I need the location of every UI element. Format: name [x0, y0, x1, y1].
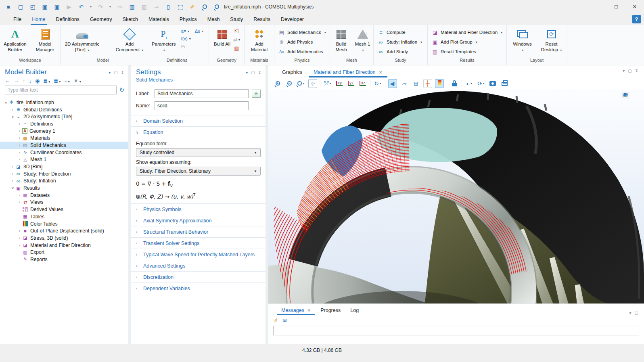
tree-item-curvilinear-coordinates[interactable]: ›∿Curvilinear Coordinates [0, 149, 128, 156]
mesh-1-button[interactable]: Mesh 1 ▾ [354, 26, 372, 58]
help-button[interactable]: ? [632, 15, 641, 23]
message-options-icon[interactable]: ✉ [282, 317, 287, 323]
tree-item-solid-mechanics[interactable]: ›▤Solid Mechanics [0, 142, 128, 149]
panel-splitter[interactable] [128, 65, 131, 344]
redo-caret-icon[interactable]: ▾ [107, 2, 113, 11]
cut-icon[interactable]: ✂ [115, 2, 125, 11]
add-study-button[interactable]: ∞Add Study [378, 47, 408, 56]
tree-item-definitions[interactable]: ›≡Definitions [0, 120, 128, 128]
snapshot-button[interactable] [488, 79, 497, 88]
select-box-icon[interactable]: ⬚ [175, 2, 186, 11]
close-tab-icon[interactable]: ✕ [307, 308, 311, 313]
undo-caret-icon[interactable]: ▾ [88, 2, 94, 11]
menu-file[interactable]: File [8, 13, 27, 25]
parameter-case-button[interactable]: Pi [181, 44, 191, 49]
tree-item-material-fiber-direction[interactable]: ›◪Material and Fiber Direction [0, 242, 128, 249]
label-field-input[interactable] [155, 89, 249, 98]
view-yz-button[interactable]: yz [347, 79, 355, 88]
tab-graphics[interactable]: Graphics [276, 69, 308, 77]
filter-icon[interactable]: ▼▾ [73, 78, 81, 84]
panel-menu-icon[interactable]: ▾ [246, 70, 248, 75]
zoom-box-button[interactable]: ▾ [297, 79, 305, 88]
add-plot-group-button[interactable]: ▣Add Plot Group▾ [432, 37, 477, 47]
tree-item-global-definitions[interactable]: ›⊕Global Definitions [0, 106, 128, 113]
section-structural-transient-behavior[interactable]: ›Structural Transient Behavior [131, 226, 266, 237]
section-axial-symmetry-approximation[interactable]: ›Axial Symmetry Approximation [131, 215, 266, 226]
print-button[interactable] [500, 79, 509, 88]
view-orientation-button[interactable]: ⤱▾ [323, 79, 332, 88]
panel-menu-icon[interactable]: ▾ [109, 70, 111, 75]
panel-menu-icon[interactable]: ▾ [629, 311, 631, 315]
transparency-toggle[interactable]: ▱ [400, 79, 409, 88]
minimize-button[interactable]: — [588, 0, 607, 13]
back-icon[interactable]: ← [5, 78, 10, 84]
reset-desktop-button[interactable]: ⟳ Reset Desktop ▾ [540, 26, 563, 58]
menu-physics[interactable]: Physics [174, 13, 202, 25]
section-physics-symbols[interactable]: ›Physics Symbols [131, 203, 266, 215]
add-component-button[interactable]: Add Component ▾ [114, 26, 145, 58]
show-equation-dropdown[interactable]: Study: Fiber Direction, Stationary▼ [136, 167, 261, 176]
add-physics-button[interactable]: ❋Add Physics [278, 37, 313, 47]
refresh-filter-icon[interactable]: ↻ [119, 86, 124, 94]
tree-item-study-fiber-direction[interactable]: ›∞Study: Fiber Direction [0, 170, 128, 178]
delete-icon[interactable]: ▯ [163, 2, 174, 11]
tree-filter-input[interactable] [5, 86, 117, 94]
menu-study[interactable]: Study [225, 13, 248, 25]
find-icon[interactable] [199, 2, 210, 11]
close-button[interactable]: ✕ [625, 0, 644, 13]
tab-progress[interactable]: Progress [316, 308, 345, 315]
pin-panel-icon[interactable]: ↧ [258, 70, 261, 75]
menu-results[interactable]: Results [248, 13, 276, 25]
duplicate-icon[interactable]: ⇥ [151, 2, 161, 11]
result-templates-button[interactable]: ▥Result Templates [432, 47, 476, 56]
rename-id-button[interactable]: ⎆ [252, 90, 261, 98]
messages-output-box[interactable] [273, 326, 639, 335]
zoom-extents-button[interactable]: ⊹ [308, 79, 317, 88]
section-domain-selection[interactable]: ›Domain Selection [131, 115, 266, 126]
graphics-viewport[interactable] [268, 89, 644, 303]
zoom-out-button[interactable]: − [285, 79, 294, 88]
tree-item-reports[interactable]: ✎Reports [0, 256, 128, 263]
tree-item-derived-values[interactable]: 8.85e-12Derived Values [0, 206, 128, 213]
move-up-icon[interactable]: ↑ [23, 78, 25, 84]
view-xy-button[interactable]: xy [335, 79, 344, 88]
close-tab-icon[interactable]: ✕ [379, 70, 383, 75]
tab-messages[interactable]: Messages✕ [276, 308, 316, 315]
tree-item-views[interactable]: ›⇄Views [0, 199, 128, 206]
menu-developer[interactable]: Developer [276, 13, 309, 25]
menu-mesh[interactable]: Mesh [202, 13, 225, 25]
tree-item-mesh-1[interactable]: ›△Mesh 1 [0, 156, 128, 163]
import-geometry-icon[interactable]: ⎗ [234, 28, 240, 34]
clear-selection-icon[interactable]: ✐ [187, 2, 198, 11]
tree-item-study-inflation[interactable]: ›∞Study: Inflation [0, 178, 128, 185]
menu-sketch[interactable]: Sketch [117, 13, 143, 25]
go-to-default-view-icon[interactable] [622, 92, 629, 98]
section-typical-wave-speed[interactable]: ›Typical Wave Speed for Perfectly Matche… [131, 249, 266, 260]
tab-log[interactable]: Log [345, 308, 364, 315]
axisymmetric-component-button[interactable]: 2D Axisymmetric [Tire] ▾ [61, 26, 104, 58]
rotate-view-button[interactable]: ↻▾ [373, 79, 382, 88]
panel-menu-icon[interactable]: ▾ [623, 69, 625, 73]
menu-geometry[interactable]: Geometry [85, 13, 117, 25]
study-inflation-button[interactable]: ∞Study: Inflation▾ [378, 37, 422, 47]
open-icon[interactable]: ◰ [27, 2, 38, 11]
tree-item-datasets[interactable]: ›▦Datasets [0, 192, 128, 199]
pin-panel-icon[interactable]: ↧ [121, 70, 124, 75]
tree-item-results[interactable]: ∨▣Results [0, 184, 128, 192]
section-discretization[interactable]: ›Discretization [131, 271, 266, 282]
pin-panel-icon[interactable]: ↧ [635, 69, 638, 73]
zoom-in-button[interactable]: + [273, 79, 282, 88]
save-as-icon[interactable]: ▣ [52, 2, 62, 11]
tree-item-geometry-1[interactable]: ›AGeometry 1 [0, 128, 128, 135]
environment-reflections-button[interactable]: ⟳▾ [477, 79, 485, 88]
section-equation[interactable]: ∨Equation [131, 126, 266, 138]
menu-materials[interactable]: Materials [143, 13, 174, 25]
add-mathematics-button[interactable]: ΔuAdd Mathematics [278, 47, 323, 56]
save-icon[interactable]: ▣ [40, 2, 50, 11]
parameters-button[interactable]: Pi Parameters▾ [151, 26, 177, 58]
name-field-input[interactable] [155, 101, 249, 110]
panel-splitter[interactable] [266, 65, 268, 344]
build-mesh-button[interactable]: Build Mesh [332, 26, 351, 58]
float-panel-icon[interactable]: ▢ [251, 70, 255, 75]
lock-view-button[interactable] [450, 79, 459, 88]
